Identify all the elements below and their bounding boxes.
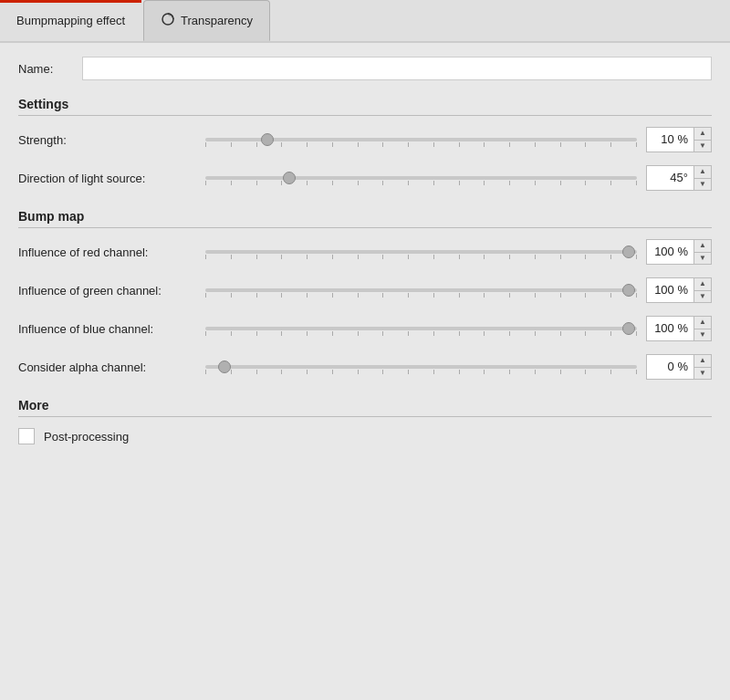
tab-bar: Bumpmapping effect Transparency bbox=[0, 0, 730, 43]
direction-down[interactable]: ▼ bbox=[694, 179, 711, 191]
blue-spinbox[interactable]: 100 % ▲ ▼ bbox=[646, 316, 712, 341]
transparency-icon bbox=[161, 12, 175, 29]
more-section: More Post-processing bbox=[18, 398, 712, 444]
red-slider-container bbox=[205, 237, 637, 266]
direction-arrows: ▲ ▼ bbox=[694, 166, 711, 190]
blue-slider-container bbox=[205, 314, 637, 343]
blue-slider-wrapper[interactable] bbox=[205, 327, 637, 330]
alpha-value: 0 % bbox=[647, 354, 694, 380]
post-processing-row: Post-processing bbox=[18, 428, 712, 444]
name-input[interactable] bbox=[82, 57, 712, 80]
settings-section: Settings Strength: bbox=[18, 97, 712, 193]
name-row: Name: bbox=[18, 57, 712, 80]
strength-down[interactable]: ▼ bbox=[694, 141, 711, 152]
bumpmap-header: Bump map bbox=[18, 209, 712, 228]
alpha-channel-row: Consider alpha channel: bbox=[18, 352, 712, 381]
red-down[interactable]: ▼ bbox=[694, 253, 711, 265]
green-slider-wrapper[interactable] bbox=[205, 288, 637, 292]
strength-arrows: ▲ ▼ bbox=[694, 128, 711, 151]
alpha-label: Consider alpha channel: bbox=[18, 360, 196, 374]
tab-transparency-label: Transparency bbox=[181, 14, 253, 27]
red-spinbox[interactable]: 100 % ▲ ▼ bbox=[646, 239, 712, 265]
blue-value: 100 % bbox=[647, 316, 694, 341]
green-up[interactable]: ▲ bbox=[694, 278, 711, 291]
strength-label: Strength: bbox=[18, 133, 196, 147]
blue-channel-row: Influence of blue channel: bbox=[18, 314, 712, 343]
tab-bumpmapping[interactable]: Bumpmapping effect bbox=[0, 0, 141, 41]
red-channel-row: Influence of red channel: bbox=[18, 237, 712, 266]
red-track bbox=[205, 250, 637, 254]
direction-ticks bbox=[205, 181, 637, 185]
direction-slider-wrapper[interactable] bbox=[205, 176, 637, 180]
alpha-slider-container bbox=[205, 352, 637, 381]
bumpmap-section: Bump map Influence of red channel: bbox=[18, 209, 712, 381]
settings-header: Settings bbox=[18, 97, 712, 116]
green-slider-container bbox=[205, 276, 637, 305]
green-ticks bbox=[205, 293, 637, 298]
post-processing-label: Post-processing bbox=[44, 430, 129, 444]
green-value: 100 % bbox=[647, 277, 694, 303]
direction-row: Direction of light source: bbox=[18, 163, 712, 193]
red-ticks bbox=[205, 255, 637, 259]
blue-down[interactable]: ▼ bbox=[694, 329, 711, 341]
alpha-down[interactable]: ▼ bbox=[694, 368, 711, 380]
strength-slider-container bbox=[205, 125, 637, 154]
strength-up[interactable]: ▲ bbox=[694, 128, 711, 141]
tab-bumpmapping-label: Bumpmapping effect bbox=[16, 14, 125, 27]
alpha-ticks bbox=[205, 370, 637, 374]
strength-track bbox=[205, 138, 637, 141]
green-spinbox[interactable]: 100 % ▲ ▼ bbox=[646, 277, 712, 303]
main-content: Name: Settings Strength: bbox=[0, 43, 730, 475]
strength-ticks bbox=[205, 142, 637, 147]
red-arrows: ▲ ▼ bbox=[694, 240, 711, 264]
green-label: Influence of green channel: bbox=[18, 284, 196, 298]
alpha-arrows: ▲ ▼ bbox=[694, 355, 711, 379]
direction-value: 45° bbox=[647, 165, 694, 191]
alpha-slider-wrapper[interactable] bbox=[205, 365, 637, 369]
name-label: Name: bbox=[18, 62, 73, 76]
green-down[interactable]: ▼ bbox=[694, 291, 711, 303]
alpha-track bbox=[205, 365, 637, 369]
direction-track bbox=[205, 176, 637, 180]
red-slider-wrapper[interactable] bbox=[205, 250, 637, 254]
direction-slider-container bbox=[205, 163, 637, 193]
red-label: Influence of red channel: bbox=[18, 246, 196, 259]
green-track bbox=[205, 288, 637, 292]
alpha-spinbox[interactable]: 0 % ▲ ▼ bbox=[646, 354, 712, 380]
strength-value: 10 % bbox=[647, 127, 694, 152]
alpha-up[interactable]: ▲ bbox=[694, 355, 711, 368]
strength-spinbox[interactable]: 10 % ▲ ▼ bbox=[646, 127, 712, 152]
blue-track bbox=[205, 327, 637, 330]
direction-label: Direction of light source: bbox=[18, 172, 196, 185]
blue-label: Influence of blue channel: bbox=[18, 322, 196, 336]
post-processing-checkbox[interactable] bbox=[18, 428, 35, 444]
green-channel-row: Influence of green channel: bbox=[18, 276, 712, 305]
blue-arrows: ▲ ▼ bbox=[694, 317, 711, 340]
tab-transparency[interactable]: Transparency bbox=[143, 0, 270, 41]
red-up[interactable]: ▲ bbox=[694, 240, 711, 253]
direction-up[interactable]: ▲ bbox=[694, 166, 711, 179]
red-value: 100 % bbox=[647, 239, 694, 265]
direction-spinbox[interactable]: 45° ▲ ▼ bbox=[646, 165, 712, 191]
blue-ticks bbox=[205, 331, 637, 336]
strength-slider-wrapper[interactable] bbox=[205, 138, 637, 141]
blue-up[interactable]: ▲ bbox=[694, 317, 711, 329]
more-header: More bbox=[18, 398, 712, 417]
green-arrows: ▲ ▼ bbox=[694, 278, 711, 302]
strength-row: Strength: 10 % bbox=[18, 125, 712, 154]
